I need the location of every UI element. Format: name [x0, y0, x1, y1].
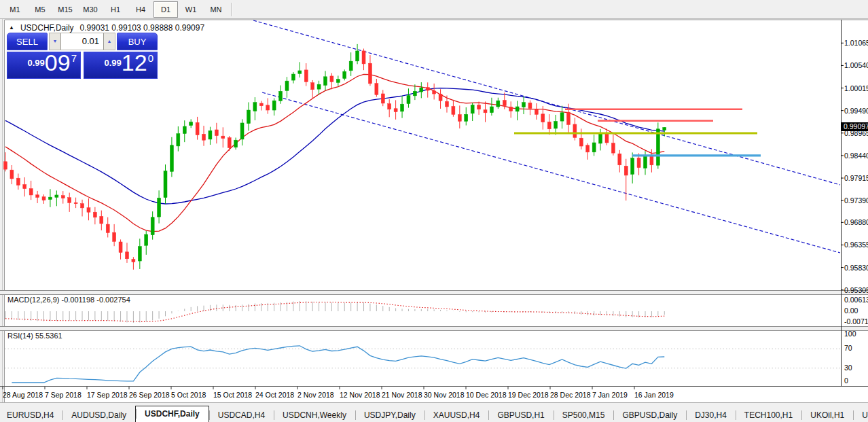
chart-tab-usdcad-h4[interactable]: USDCAD,H4 — [209, 408, 274, 422]
timeframe-toolbar: M1M5M15M30H1H4D1W1MN — [0, 0, 868, 19]
chart-tab-eurusd-h4[interactable]: EURUSD,H4 — [0, 408, 62, 422]
price-axis-label: 0.97390 — [844, 196, 868, 205]
timeframe-button-w1[interactable]: W1 — [179, 1, 203, 18]
volume-decrease-button[interactable]: ▼ — [50, 33, 60, 50]
date-axis-label: 30 Nov 2018 — [424, 391, 465, 399]
timeframe-button-m15[interactable]: M15 — [53, 1, 77, 18]
date-axis-label: 2 Nov 2018 — [297, 391, 334, 399]
chart-tab-usdjpy-daily[interactable]: USDJPY,Daily — [355, 408, 424, 422]
rsi-axis-label: 70 — [844, 344, 852, 352]
price-axis-label: 1.00540 — [844, 61, 868, 69]
chart-tab-usdchf-daily[interactable]: USDCHF,Daily — [135, 406, 209, 422]
chart-tab-sp500-m15[interactable]: SP500,M15 — [554, 408, 614, 422]
date-axis-label: 7 Sep 2018 — [45, 391, 82, 399]
sell-price-big: 09 — [45, 50, 71, 75]
chart-tab-audusd-daily[interactable]: AUDUSD,Daily — [62, 408, 135, 422]
date-axis-label: 10 Dec 2018 — [466, 391, 507, 399]
sell-price-display[interactable]: 0.99097 — [7, 52, 81, 79]
volume-increase-button[interactable]: ▲ — [104, 33, 115, 50]
chart-tab-ukoil-h1[interactable]: UKOil,H1 — [801, 408, 853, 422]
buy-price-sup: 0 — [148, 52, 153, 64]
macd-axis-label: 0.006137 — [844, 296, 868, 304]
date-axis-label: 17 Sep 2018 — [87, 391, 128, 399]
chart-window: ▲ USDCHF,Daily 0.99031 0.99103 0.98888 0… — [0, 19, 868, 402]
price-axis-label: 0.99490 — [844, 107, 868, 115]
date-axis-label: 19 Dec 2018 — [508, 391, 549, 399]
date-axis-label: 16 Jan 2019 — [634, 391, 674, 399]
price-axis-label: 0.96880 — [844, 218, 868, 226]
date-axis-label: 5 Oct 2018 — [171, 391, 206, 399]
rsi-axis-label: 30 — [844, 364, 852, 372]
volume-input[interactable]: 0.01 — [60, 33, 104, 50]
date-axis-label: 28 Dec 2018 — [550, 391, 591, 399]
date-axis-label: 7 Jan 2019 — [592, 391, 628, 399]
timeframe-button-d1[interactable]: D1 — [153, 1, 178, 18]
timeframe-button-mn[interactable]: MN — [204, 1, 228, 18]
price-axis-label: 1.00015 — [844, 84, 868, 92]
rsi-indicator-label: RSI(14) 55.5361 — [7, 332, 62, 340]
date-axis-label: 24 Oct 2018 — [255, 391, 294, 399]
volume-control: ▼ 0.01 ▲ — [49, 33, 115, 50]
macd-axis-label: 0.00 — [844, 306, 858, 315]
ohlc-values: 0.99031 0.99103 0.98888 0.99097 — [80, 23, 205, 33]
price-axis-label: 0.96355 — [844, 241, 868, 249]
chart-tab-tech100-h1[interactable]: TECH100,H1 — [736, 408, 801, 422]
price-axis-label: 0.95305 — [844, 286, 868, 294]
trade-panel-top-row: SELL ▼ 0.01 ▲ BUY — [7, 33, 158, 50]
date-axis-label: 15 Oct 2018 — [213, 391, 252, 399]
one-click-trade-panel: SELL ▼ 0.01 ▲ BUY 0.99097 0.99120 — [7, 33, 158, 79]
timeframe-button-m1[interactable]: M1 — [3, 1, 27, 18]
sell-price-sup: 7 — [71, 52, 77, 64]
chart-tab-gbpusd-daily[interactable]: GBPUSD,Daily — [613, 408, 686, 422]
current-price-tag: 0.99097 — [841, 122, 868, 131]
price-axis-label: 0.97915 — [844, 174, 868, 182]
chart-tab-dj30-h4[interactable]: DJ30,H4 — [686, 408, 736, 422]
buy-price-display[interactable]: 0.99120 — [84, 52, 158, 79]
collapse-panel-icon[interactable]: ▲ — [9, 24, 14, 31]
chart-tab-u[interactable]: U — [853, 408, 868, 422]
date-axis-label: 28 Aug 2018 — [3, 391, 43, 399]
symbol-title: USDCHF,Daily — [20, 23, 74, 33]
rsi-axis-label: 0 — [844, 376, 848, 385]
timeframe-button-h1[interactable]: H1 — [103, 1, 128, 18]
date-axis-label: 21 Nov 2018 — [382, 391, 422, 399]
chart-tab-bar: EURUSD,H4AUDUSD,DailyUSDCHF,DailyUSDCAD,… — [0, 402, 868, 422]
mt4-terminal: M1M5M15M30H1H4D1W1MN ▲ USDCHF,Daily 0.99… — [0, 0, 868, 422]
price-axis-label: 0.98440 — [844, 152, 868, 160]
timeframe-button-h4[interactable]: H4 — [128, 1, 153, 18]
macd-axis-label: -0.007142 — [844, 317, 868, 326]
timeframe-button-m5[interactable]: M5 — [28, 1, 52, 18]
toolbar-separator — [231, 3, 232, 16]
sell-button[interactable]: SELL — [7, 33, 48, 50]
chart-ohlc-title: ▲ USDCHF,Daily 0.99031 0.99103 0.98888 0… — [9, 23, 204, 33]
buy-button[interactable]: BUY — [117, 33, 158, 50]
rsi-axis-label: 100 — [844, 330, 856, 338]
chart-tab-xauusd-h4[interactable]: XAUUSD,H4 — [424, 408, 489, 422]
chart-tab-gbpusd-h1[interactable]: GBPUSD,H1 — [488, 408, 553, 422]
date-axis-label: 26 Sep 2018 — [129, 391, 170, 399]
chart-tab-usdcnh-weekly[interactable]: USDCNH,Weekly — [274, 408, 355, 422]
macd-indicator-label: MACD(12,26,9) -0.001198 -0.002754 — [7, 296, 130, 304]
sell-price-prefix: 0.99 — [28, 58, 45, 68]
price-axis-label: 1.01065 — [844, 39, 868, 47]
timeframe-button-m30[interactable]: M30 — [78, 1, 103, 18]
buy-price-prefix: 0.99 — [105, 58, 122, 68]
price-axis-label: 0.95830 — [844, 264, 868, 272]
buy-price-big: 12 — [122, 50, 147, 75]
date-axis-label: 12 Nov 2018 — [340, 391, 380, 399]
